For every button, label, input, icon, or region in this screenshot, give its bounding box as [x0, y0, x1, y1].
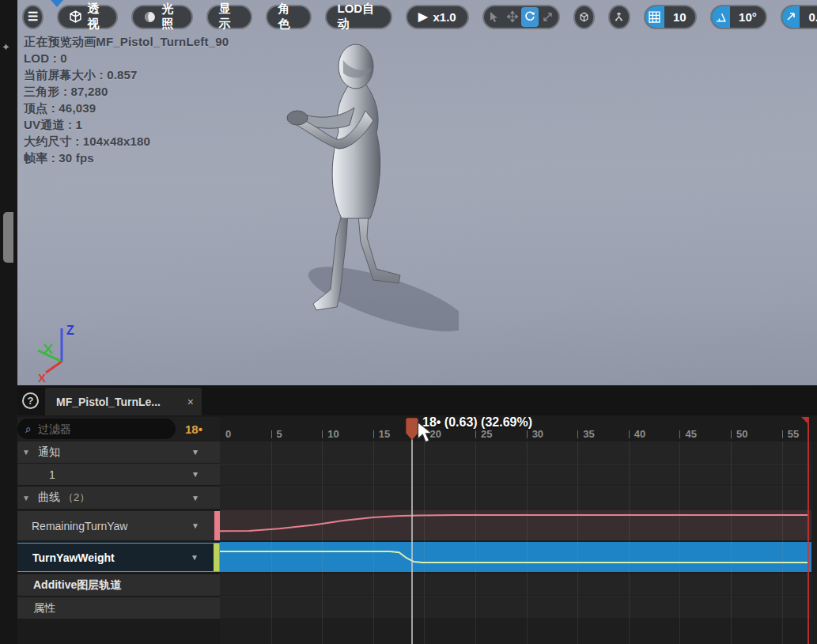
scale-snap-value: 0.25: [800, 10, 817, 24]
ruler-tick-label: 50: [736, 428, 747, 440]
turn-yaw-weight-curve: [220, 542, 811, 572]
stat-preview-anim: 正在预览动画MF_Pistol_TurnLeft_90: [24, 33, 229, 50]
stat-uv-channels: UV通道 : 1: [24, 116, 229, 133]
track-row-curves[interactable]: ▼ 曲线 （2） ▼: [0, 487, 220, 509]
scale-snap-control[interactable]: 0.25: [781, 5, 817, 29]
ruler-tick-label: 30: [532, 428, 543, 440]
stat-vertices: 顶点 : 46,039: [24, 100, 229, 116]
ruler-tick-label: 25: [481, 428, 492, 440]
track-row-notifies[interactable]: ▼ 通知 ▼: [0, 441, 220, 463]
cube-icon: [70, 10, 81, 23]
curve-color-chip: [214, 511, 220, 540]
ruler-tick: [577, 430, 578, 438]
axis-x-label: X: [38, 371, 46, 384]
ruler-tick-label: 45: [685, 428, 696, 440]
stat-framerate: 帧率 : 30 fps: [24, 150, 229, 166]
stat-approx-size: 大约尺寸 : 104x48x180: [24, 133, 229, 150]
angle-snap-icon: [712, 6, 731, 28]
ruler-tick-label: 15: [379, 428, 390, 440]
stat-triangles: 三角形 : 87,280: [24, 83, 229, 100]
search-icon: ⌕: [25, 422, 32, 436]
scale-tool-button[interactable]: [539, 7, 557, 27]
angle-snap-control[interactable]: 10°: [710, 5, 767, 29]
notify-1-lane[interactable]: [220, 464, 811, 485]
ruler-tick: [271, 430, 272, 438]
range-end-marker[interactable]: [808, 417, 809, 644]
scale-icon: [543, 12, 553, 22]
track-label: 通知: [38, 445, 60, 460]
panel-tab-bar: ? MF_Pistol_TurnLe... ×: [0, 385, 817, 415]
mouse-cursor: [417, 422, 434, 444]
axis-z-label: Z: [66, 324, 74, 337]
additive-layer-lane[interactable]: [220, 574, 811, 595]
turn-yaw-weight-lane[interactable]: [220, 542, 811, 572]
filter-row: ⌕ 18•: [0, 417, 220, 441]
filter-search-box[interactable]: ⌕: [17, 419, 176, 439]
ruler-tick: [475, 430, 476, 438]
timeline-track-area[interactable]: [220, 441, 817, 644]
expand-caret-icon[interactable]: ▼: [22, 448, 30, 456]
asset-tab[interactable]: MF_Pistol_TurnLe... ×: [45, 388, 202, 415]
ruler-tick: [322, 430, 323, 438]
move-tool-button[interactable]: [503, 7, 521, 27]
grid-snap-icon: [645, 6, 664, 28]
lit-mode-button[interactable]: 光照: [131, 5, 192, 29]
character-menu-button[interactable]: 角色: [266, 5, 312, 29]
rotate-tool-button[interactable]: [521, 7, 539, 27]
gizmo-coordinate-button[interactable]: [573, 5, 595, 29]
grid-snap-value: 10: [664, 10, 695, 24]
current-frame-badge: 18•: [185, 422, 202, 436]
ruler-tick-label: 0: [225, 428, 231, 440]
track-row-turn-yaw-weight[interactable]: TurnYawWeight ▼: [0, 543, 220, 572]
track-row-notify-1[interactable]: 1 ▼: [0, 464, 220, 485]
filter-input[interactable]: [38, 422, 149, 435]
curve-count: （2）: [63, 491, 89, 505]
track-row-attributes[interactable]: 属性: [0, 597, 220, 619]
grid-snap-control[interactable]: 10: [644, 5, 697, 29]
ruler-tick-label: 55: [788, 428, 799, 440]
ruler-tick-label: 35: [583, 428, 594, 440]
dock-tab-handle[interactable]: [3, 212, 13, 263]
show-menu-button[interactable]: 显示: [206, 5, 252, 29]
show-label: 显示: [219, 2, 240, 32]
ruler-tick: [679, 430, 680, 438]
ruler-tick-label: 5: [277, 428, 282, 440]
cursor-arrow-icon: [489, 11, 499, 23]
perspective-button[interactable]: 透视: [57, 5, 118, 29]
lit-sphere-icon: [144, 11, 156, 23]
close-icon[interactable]: ×: [187, 396, 194, 408]
remaining-turn-yaw-lane[interactable]: [220, 510, 811, 540]
track-options-caret-icon[interactable]: ▼: [191, 553, 199, 562]
track-options-caret-icon[interactable]: ▼: [191, 494, 199, 502]
notify-lane[interactable]: [220, 441, 811, 463]
attributes-lane[interactable]: [220, 597, 811, 618]
track-label: 属性: [33, 601, 55, 616]
lod-label: LOD自动: [338, 2, 380, 32]
axes-cube-icon: [578, 11, 590, 23]
lod-auto-button[interactable]: LOD自动: [325, 5, 392, 29]
track-label: Additive图层轨道: [33, 578, 121, 593]
expand-caret-icon[interactable]: ▼: [22, 494, 30, 502]
perspective-label: 透视: [87, 2, 105, 32]
play-icon: ▶: [418, 9, 428, 24]
select-tool-button[interactable]: [486, 7, 504, 27]
viewport-menu-button[interactable]: ☰: [22, 5, 43, 29]
question-icon: ?: [28, 395, 34, 407]
3d-viewport[interactable]: ☰ 透视 光照 显示 角色 LOD自动: [17, 0, 817, 385]
curves-group-lane[interactable]: [220, 487, 811, 509]
angle-snap-value: 10°: [730, 10, 766, 24]
transform-tools-group: [482, 5, 560, 29]
gizmo-sockets-button[interactable]: [608, 5, 630, 29]
playback-speed-button[interactable]: ▶ x1.0: [406, 5, 469, 29]
track-options-caret-icon[interactable]: ▼: [191, 470, 199, 479]
stat-screen-size: 当前屏幕大小 : 0.857: [24, 66, 229, 83]
hamburger-icon: ☰: [28, 9, 38, 24]
track-options-caret-icon[interactable]: ▼: [191, 448, 199, 456]
track-options-caret-icon[interactable]: ▼: [191, 521, 199, 530]
playhead-line[interactable]: [411, 439, 413, 644]
track-row-additive-layer[interactable]: Additive图层轨道: [0, 574, 220, 596]
track-row-remaining-turn-yaw[interactable]: RemainingTurnYaw ▼: [0, 511, 220, 540]
help-button[interactable]: ?: [22, 392, 39, 409]
curve-color-chip: [214, 544, 219, 571]
range-end-flag: [801, 417, 808, 424]
